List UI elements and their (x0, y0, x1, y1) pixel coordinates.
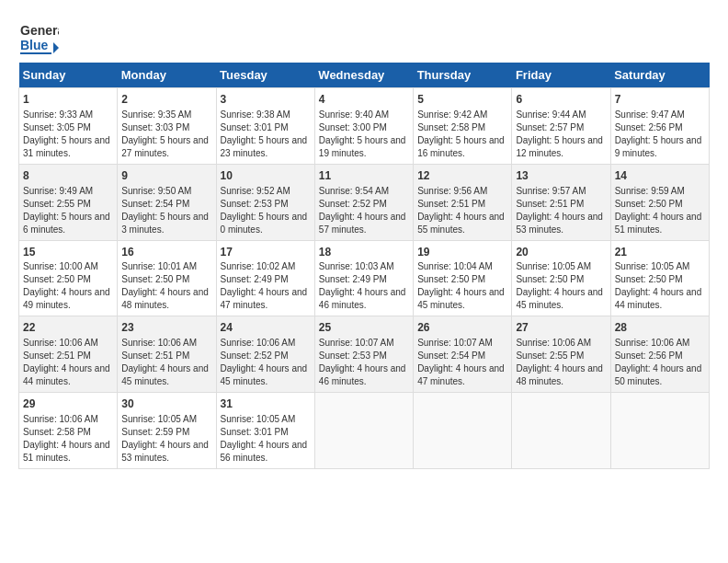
sunrise-text: Sunrise: 9:54 AM (319, 186, 389, 196)
daylight-text: Daylight: 4 hours and 50 minutes. (615, 363, 702, 386)
daylight-text: Daylight: 5 hours and 31 minutes. (23, 135, 110, 158)
sunrise-text: Sunrise: 9:47 AM (615, 109, 685, 120)
day-number: 26 (417, 320, 507, 336)
calendar-cell: 17Sunrise: 10:02 AMSunset: 2:49 PMDaylig… (216, 240, 314, 316)
calendar-cell (414, 393, 512, 469)
calendar-cell: 8Sunrise: 9:49 AMSunset: 2:55 PMDaylight… (19, 164, 118, 240)
sunset-text: Sunset: 2:49 PM (319, 274, 387, 284)
sunrise-text: Sunrise: 10:07 AM (319, 338, 394, 348)
daylight-text: Daylight: 4 hours and 45 minutes. (221, 363, 308, 386)
daylight-text: Daylight: 4 hours and 56 minutes. (221, 440, 308, 463)
day-header-friday: Friday (512, 63, 610, 88)
svg-text:General: General (20, 23, 59, 38)
day-number: 23 (121, 320, 211, 336)
sunrise-text: Sunrise: 10:02 AM (221, 261, 296, 271)
calendar-cell: 12Sunrise: 9:56 AMSunset: 2:51 PMDayligh… (414, 164, 512, 240)
sunrise-text: Sunrise: 10:06 AM (516, 338, 591, 348)
daylight-text: Daylight: 4 hours and 48 minutes. (516, 363, 603, 386)
day-number: 12 (417, 168, 507, 184)
week-row-4: 22Sunrise: 10:06 AMSunset: 2:51 PMDaylig… (19, 316, 710, 393)
daylight-text: Daylight: 4 hours and 53 minutes. (121, 440, 209, 463)
calendar-cell: 1Sunrise: 9:33 AMSunset: 3:05 PMDaylight… (19, 88, 118, 165)
day-header-saturday: Saturday (610, 63, 709, 88)
day-header-monday: Monday (118, 63, 216, 88)
sunset-text: Sunset: 2:53 PM (319, 350, 387, 361)
calendar-cell: 13Sunrise: 9:57 AMSunset: 2:51 PMDayligh… (512, 164, 610, 240)
daylight-text: Daylight: 4 hours and 57 minutes. (319, 212, 406, 235)
day-number: 5 (417, 92, 507, 108)
calendar-cell: 27Sunrise: 10:06 AMSunset: 2:55 PMDaylig… (512, 316, 610, 393)
sunrise-text: Sunrise: 9:42 AM (417, 109, 487, 120)
day-number: 18 (319, 245, 409, 260)
sunset-text: Sunset: 2:54 PM (417, 350, 485, 361)
sunrise-text: Sunrise: 10:04 AM (417, 261, 493, 271)
sunrise-text: Sunrise: 9:44 AM (516, 109, 586, 120)
daylight-text: Daylight: 5 hours and 6 minutes. (23, 212, 110, 235)
day-number: 10 (221, 168, 311, 184)
daylight-text: Daylight: 5 hours and 0 minutes. (221, 212, 308, 235)
calendar-cell (314, 393, 413, 469)
sunrise-text: Sunrise: 10:06 AM (23, 338, 98, 348)
logo-icon: General Blue (18, 17, 59, 57)
day-number: 4 (319, 92, 409, 108)
sunset-text: Sunset: 2:56 PM (615, 122, 683, 132)
sunrise-text: Sunrise: 10:03 AM (319, 261, 394, 271)
daylight-text: Daylight: 5 hours and 19 minutes. (319, 135, 406, 158)
day-number: 17 (221, 245, 311, 260)
calendar-cell: 25Sunrise: 10:07 AMSunset: 2:53 PMDaylig… (314, 316, 413, 393)
calendar-cell: 10Sunrise: 9:52 AMSunset: 2:53 PMDayligh… (216, 164, 314, 240)
day-number: 13 (516, 168, 606, 184)
sunset-text: Sunset: 2:51 PM (516, 199, 584, 209)
day-number: 16 (121, 245, 211, 260)
sunset-text: Sunset: 2:51 PM (417, 199, 485, 209)
sunrise-text: Sunrise: 10:05 AM (121, 414, 197, 424)
calendar-cell: 29Sunrise: 10:06 AMSunset: 2:58 PMDaylig… (19, 393, 118, 469)
day-number: 25 (319, 320, 409, 336)
day-number: 15 (23, 245, 113, 260)
daylight-text: Daylight: 5 hours and 27 minutes. (121, 135, 209, 158)
day-number: 20 (516, 245, 606, 260)
sunset-text: Sunset: 3:03 PM (121, 122, 189, 132)
daylight-text: Daylight: 4 hours and 53 minutes. (516, 212, 603, 235)
header: General Blue (18, 17, 710, 57)
day-number: 3 (221, 92, 311, 108)
week-row-5: 29Sunrise: 10:06 AMSunset: 2:58 PMDaylig… (19, 393, 710, 469)
sunset-text: Sunset: 2:52 PM (221, 350, 289, 361)
calendar-cell: 18Sunrise: 10:03 AMSunset: 2:49 PMDaylig… (314, 240, 413, 316)
day-header-wednesday: Wednesday (314, 63, 413, 88)
day-number: 28 (615, 320, 705, 336)
sunrise-text: Sunrise: 10:06 AM (615, 338, 690, 348)
day-header-thursday: Thursday (414, 63, 512, 88)
day-number: 8 (23, 168, 113, 184)
sunrise-text: Sunrise: 10:01 AM (121, 261, 197, 271)
daylight-text: Daylight: 4 hours and 44 minutes. (23, 363, 110, 386)
sunset-text: Sunset: 2:50 PM (516, 274, 584, 284)
sunset-text: Sunset: 2:55 PM (23, 199, 91, 209)
day-number: 29 (23, 396, 113, 412)
daylight-text: Daylight: 4 hours and 47 minutes. (417, 363, 505, 386)
daylight-text: Daylight: 5 hours and 9 minutes. (615, 135, 702, 158)
daylight-text: Daylight: 4 hours and 49 minutes. (23, 287, 110, 310)
sunrise-text: Sunrise: 9:38 AM (221, 109, 290, 120)
calendar-cell (512, 393, 610, 469)
week-row-2: 8Sunrise: 9:49 AMSunset: 2:55 PMDaylight… (19, 164, 710, 240)
day-number: 19 (417, 245, 507, 260)
sunset-text: Sunset: 2:50 PM (417, 274, 485, 284)
week-row-1: 1Sunrise: 9:33 AMSunset: 3:05 PMDaylight… (19, 88, 710, 165)
daylight-text: Daylight: 5 hours and 3 minutes. (121, 212, 209, 235)
calendar-cell: 20Sunrise: 10:05 AMSunset: 2:50 PMDaylig… (512, 240, 610, 316)
sunrise-text: Sunrise: 10:00 AM (23, 261, 98, 271)
sunset-text: Sunset: 2:55 PM (516, 350, 584, 361)
sunset-text: Sunset: 2:50 PM (121, 274, 189, 284)
day-number: 6 (516, 92, 606, 108)
daylight-text: Daylight: 5 hours and 23 minutes. (221, 135, 308, 158)
sunrise-text: Sunrise: 9:50 AM (121, 186, 191, 196)
sunset-text: Sunset: 3:05 PM (23, 122, 91, 132)
sunrise-text: Sunrise: 9:56 AM (417, 186, 487, 196)
sunrise-text: Sunrise: 9:59 AM (615, 186, 685, 196)
daylight-text: Daylight: 4 hours and 47 minutes. (221, 287, 308, 310)
sunset-text: Sunset: 2:53 PM (221, 199, 289, 209)
svg-marker-2 (53, 42, 59, 53)
sunrise-text: Sunrise: 9:33 AM (23, 109, 93, 120)
sunset-text: Sunset: 2:50 PM (615, 274, 683, 284)
